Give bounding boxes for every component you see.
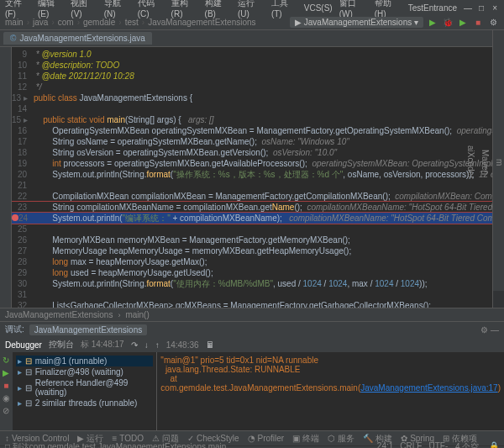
menu-file[interactable]: 文件(F) (5, 0, 31, 18)
menu-code[interactable]: 代码(C) (138, 0, 165, 18)
line-sep[interactable]: CRLF (400, 441, 422, 449)
encoding[interactable]: UTF-8 (428, 441, 449, 449)
breadcrumb-part[interactable]: main (5, 18, 24, 27)
menu-help[interactable]: 帮助(H) (375, 0, 402, 18)
lock-icon[interactable]: 🔒 (489, 441, 499, 449)
crumb-method[interactable]: main() (125, 310, 149, 319)
frames-panel[interactable]: ▸⊟main@1 (runnable) ▸⊟Finalizer@498 (wai… (13, 352, 158, 430)
menu-refactor[interactable]: 重构(R) (171, 0, 198, 18)
breadcrumb-part[interactable]: java (33, 18, 48, 27)
frame-row[interactable]: ▸⊟2 similar threads (runnable) (16, 398, 154, 408)
right-tool-strip[interactable]: mMavenaiXcoder (492, 30, 504, 291)
run-button[interactable]: ▶ (427, 17, 438, 29)
console-tab[interactable]: 控制台 (49, 339, 74, 350)
menu-nav[interactable]: 导航(N) (104, 0, 131, 18)
mute-icon[interactable]: ⊘ (3, 406, 9, 415)
menu-edit[interactable]: 编辑(E) (38, 0, 64, 18)
left-tool-strip[interactable] (0, 47, 12, 308)
resume-icon[interactable]: ▶ (3, 368, 9, 377)
close-button[interactable]: × (491, 3, 499, 13)
editor-tabs: ©JavaManagementExtensions.java (0, 30, 504, 47)
status-message: □ 到达com.gemdale.test.JavaManagementExten… (5, 441, 377, 449)
frame-row[interactable]: ▸⊟main@1 (runnable) (16, 356, 154, 366)
debug-label: 调试: (5, 324, 24, 335)
debug-panel: 调试: JavaManagementExtensions ⚙ — Debugge… (0, 321, 504, 430)
rerun-icon[interactable]: ↻ (3, 356, 9, 365)
debug-config-tab[interactable]: JavaManagementExtensions (29, 324, 147, 335)
breadcrumb-part[interactable]: gemdale (83, 18, 115, 27)
source-link[interactable]: JavaManagementExtensions.java:17 (360, 383, 497, 393)
menu-window[interactable]: 窗口(W) (339, 0, 368, 18)
debugger-tab[interactable]: Debugger (5, 340, 42, 350)
breadcrumb-part[interactable]: com (58, 18, 74, 27)
breakpoint-icon[interactable] (12, 214, 18, 221)
crumb-class[interactable]: JavaManagementExtensions (5, 310, 113, 319)
menu-view[interactable]: 视图(V) (71, 0, 97, 18)
menu-run[interactable]: 运行(U) (238, 0, 265, 18)
cursor-pos[interactable]: 24:1 (377, 441, 393, 449)
debug-side-toolbar: ↻ ▶ ■ ◉ ⊘ (0, 352, 13, 430)
step-into-icon[interactable]: ↓ (144, 340, 149, 350)
menu-bar: 文件(F) 编辑(E) 视图(V) 导航(N) 代码(C) 重构(R) 构建(B… (0, 0, 504, 15)
breadcrumb-part[interactable]: test (125, 18, 139, 27)
menu-build[interactable]: 构建(B) (205, 0, 231, 18)
evaluate-icon[interactable]: 🖩 (206, 340, 214, 350)
time-label: 14:48:36 (166, 340, 199, 350)
breadcrumb-part[interactable]: JavaManagementExtensions (148, 18, 255, 27)
stop-button[interactable]: ■ (472, 17, 484, 29)
file-tab[interactable]: ©JavaManagementExtensions.java (3, 32, 152, 45)
coverage-button[interactable]: ▶ (457, 17, 469, 29)
maximize-button[interactable]: □ (477, 3, 486, 13)
menu-tools[interactable]: 工具(T) (271, 0, 297, 18)
breakpoints-icon[interactable]: ◉ (3, 393, 10, 403)
thread-state: java.lang.Thread.State: RUNNABLE (160, 365, 501, 374)
stack-frame: at com.gemdale.test.JavaManagementExtens… (160, 374, 501, 393)
code-editor[interactable]: 9 * @version 1.0 10 * @description: TODO… (12, 47, 492, 308)
frame-row[interactable]: ▸⊟Reference Handler@499 (waiting) (16, 377, 154, 398)
step-out-icon[interactable]: ↑ (155, 340, 160, 350)
run-config-combo[interactable]: ▶ JavaManagementExtensions ▾ (290, 17, 423, 28)
frame-row[interactable]: ▸⊟Finalizer@498 (waiting) (16, 366, 154, 377)
thread-info: "main@1" prio=5 tid=0x1 nid=NA runnable (160, 356, 501, 365)
stop-icon[interactable]: ■ (3, 381, 8, 390)
step-over-icon[interactable]: ↷ (131, 340, 138, 350)
menu-vcs[interactable]: VCS(S) (304, 3, 333, 13)
search-icon[interactable]: ⚙ (487, 17, 499, 29)
variables-panel[interactable]: "main@1" prio=5 tid=0x1 nid=NA runnable … (157, 352, 504, 430)
editor-breadcrumbs: JavaManagementExtensions › main() (0, 308, 504, 321)
minimize-button[interactable]: — (464, 3, 472, 13)
hide-icon[interactable]: ⚙ — (480, 325, 499, 335)
indent[interactable]: 4 个空格 (455, 441, 482, 449)
debug-button[interactable]: 🐞 (442, 17, 454, 29)
menu-test[interactable]: TestEntrance (408, 3, 457, 13)
time-label: 标 14:48:17 (81, 339, 124, 350)
